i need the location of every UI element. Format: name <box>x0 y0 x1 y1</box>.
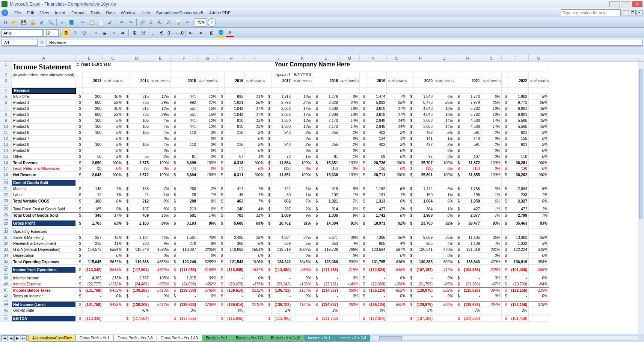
cell[interactable]: - <box>461 148 481 154</box>
cell[interactable]: $ <box>123 130 130 136</box>
cell[interactable] <box>387 72 407 78</box>
cell[interactable]: $ <box>312 160 319 166</box>
cell[interactable]: $ <box>265 316 272 322</box>
cell[interactable]: 0% <box>225 308 245 314</box>
cell[interactable]: $ <box>76 160 83 166</box>
chart-icon[interactable]: 📊 <box>174 18 182 27</box>
cell[interactable]: 1,313 <box>366 198 387 204</box>
cell[interactable]: $ <box>312 172 319 178</box>
cell[interactable]: $ <box>218 148 225 154</box>
cell[interactable]: (139,833) <box>177 287 198 293</box>
cell[interactable]: 0% <box>387 253 407 259</box>
undo-icon[interactable]: ↶ <box>118 18 126 27</box>
cell[interactable]: 123,594 <box>366 247 387 253</box>
selected-cell[interactable]: Revenue <box>12 88 76 94</box>
cell[interactable] <box>245 316 265 322</box>
cell[interactable]: 243 <box>272 142 292 148</box>
cell[interactable] <box>130 180 150 186</box>
increase-decimal-icon[interactable]: .0→ <box>166 29 175 37</box>
cell[interactable]: $ <box>502 220 508 226</box>
cell[interactable]: (131,758) <box>83 302 103 308</box>
menu-window[interactable]: Window <box>118 10 139 16</box>
cell[interactable]: - <box>177 293 198 299</box>
cell[interactable]: 2% <box>434 142 454 148</box>
cell[interactable] <box>225 229 245 235</box>
cell[interactable]: 35% <box>434 235 454 241</box>
cell[interactable]: 1% <box>292 192 312 198</box>
cell[interactable]: 1,862 <box>508 94 529 100</box>
comma-icon[interactable]: , <box>148 29 157 37</box>
cell[interactable] <box>454 229 461 235</box>
decrease-indent-icon[interactable]: ⇤ <box>187 29 195 37</box>
cell[interactable]: 93% <box>481 220 502 226</box>
cell[interactable]: 600 <box>83 112 103 118</box>
cell[interactable]: 4% <box>387 241 407 247</box>
cell[interactable]: 115,045 <box>83 259 103 265</box>
cell[interactable]: -502% <box>434 302 454 308</box>
cell[interactable]: 0% <box>198 148 218 154</box>
row-header[interactable]: 21 <box>0 186 12 192</box>
cell[interactable]: $ <box>265 241 272 247</box>
cell[interactable]: (139,614) <box>225 302 245 308</box>
cell[interactable]: (117,504) <box>130 316 150 322</box>
cell[interactable]: 0% <box>198 253 218 259</box>
cell[interactable]: (134,537) <box>319 302 339 308</box>
cell[interactable]: $ <box>76 100 83 106</box>
cell[interactable]: 1,604 <box>414 198 434 204</box>
cell[interactable]: 100% <box>150 172 170 178</box>
cell[interactable]: $ <box>312 136 319 142</box>
cell[interactable]: $ <box>76 136 83 142</box>
cell[interactable]: 15% <box>529 124 549 130</box>
cell[interactable]: -5413% <box>150 302 170 308</box>
column-header[interactable]: M <box>339 55 360 61</box>
cell[interactable]: 420% <box>481 259 502 265</box>
cell[interactable]: $ <box>76 235 83 241</box>
cell[interactable]: $ <box>360 259 366 265</box>
cell[interactable]: 260 <box>177 186 198 192</box>
cell[interactable]: 4% <box>150 142 170 148</box>
cell[interactable]: 422 <box>414 142 434 148</box>
cell[interactable]: 26% <box>529 100 549 106</box>
cell[interactable] <box>83 180 103 186</box>
cell[interactable] <box>150 180 170 186</box>
cell[interactable]: 11,185 <box>461 235 481 241</box>
cell[interactable]: $ <box>312 247 319 253</box>
cell[interactable] <box>12 78 76 88</box>
font-color-icon[interactable]: A <box>226 29 234 37</box>
cell[interactable]: $ <box>407 198 414 204</box>
cell[interactable]: $ <box>123 94 130 100</box>
cell[interactable] <box>218 72 225 78</box>
cell[interactable]: 243 <box>272 130 292 136</box>
italic-button[interactable]: I <box>71 29 79 37</box>
cell[interactable]: 2% <box>245 142 265 148</box>
cell[interactable]: $ <box>218 220 225 226</box>
cell[interactable]: 46% <box>150 235 170 241</box>
cell[interactable]: 7% <box>198 186 218 192</box>
cell[interactable]: 0% <box>245 293 265 299</box>
cell[interactable]: -860% <box>339 287 360 293</box>
cell[interactable] <box>387 308 407 314</box>
cell[interactable]: 213 <box>177 206 198 212</box>
cell[interactable]: - <box>461 275 481 281</box>
cell[interactable]: 1% <box>245 192 265 198</box>
cell[interactable]: 2,066 <box>272 106 292 112</box>
cell[interactable]: $ <box>265 94 272 100</box>
cell[interactable]: - <box>461 293 481 299</box>
help-icon[interactable]: ? <box>208 18 216 27</box>
sheet-tab[interactable]: Budget - Yr 1 <box>202 335 232 342</box>
cell[interactable] <box>245 88 265 94</box>
row-header[interactable]: 13 <box>0 142 12 148</box>
cell[interactable]: 3% <box>461 308 481 314</box>
cell[interactable]: 5% <box>103 130 123 136</box>
vertical-scrollbar[interactable] <box>638 62 644 334</box>
column-header[interactable]: N <box>360 55 387 61</box>
cell[interactable]: 121,519 <box>461 247 481 253</box>
cell[interactable]: -319% <box>529 302 549 308</box>
cell[interactable]: 1,332 <box>508 241 529 247</box>
cell[interactable] <box>198 72 218 78</box>
cell[interactable]: 12% <box>198 118 218 124</box>
sheet-tab[interactable]: Gross Profit - Yrs 1-10 <box>157 335 202 342</box>
sheet-tab[interactable]: Income - Yrs 2-3 <box>334 335 370 342</box>
cell[interactable]: $ <box>218 259 225 265</box>
cell[interactable]: 12% <box>198 94 218 100</box>
